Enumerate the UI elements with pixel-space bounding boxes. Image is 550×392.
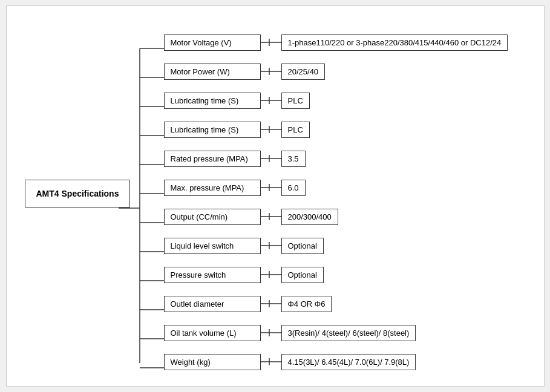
row-weight: Weight (kg) 4.15(3L)/ 6.45(4L)/ 7.0(6L)/… xyxy=(164,353,416,370)
value-lubricating-1: PLC xyxy=(281,93,310,109)
row-output: Output (CC/min) 200/300/400 xyxy=(164,208,338,225)
diagram-container: AMT4 Specifications Motor Voltage (V) 1-… xyxy=(6,5,545,387)
fork-connector-6 xyxy=(261,208,281,225)
spec-label-max-pressure: Max. pressure (MPA) xyxy=(164,180,261,196)
spec-label-lubricating-2: Lubricating time (S) xyxy=(164,122,261,138)
row-outlet-diameter: Outlet diameter Φ4 OR Φ6 xyxy=(164,295,332,312)
row-motor-power: Motor Power (W) 20/25/40 xyxy=(164,63,326,80)
value-weight: 4.15(3L)/ 6.45(4L)/ 7.0(6L)/ 7.9(8L) xyxy=(281,354,416,370)
diagram: AMT4 Specifications Motor Voltage (V) 1-… xyxy=(19,18,532,369)
fork-connector-3 xyxy=(261,121,281,138)
value-oil-tank: 3(Resin)/ 4(steel)/ 6(steel)/ 8(steel) xyxy=(281,325,416,341)
row-motor-voltage: Motor Voltage (V) 1-phase110/220 or 3-ph… xyxy=(164,34,508,51)
spec-label-motor-power: Motor Power (W) xyxy=(164,64,261,80)
spec-label-rated-pressure: Rated pressure (MPA) xyxy=(164,151,261,167)
row-lubricating-1: Lubricating time (S) PLC xyxy=(164,92,310,109)
row-pressure-switch: Pressure switch Optional xyxy=(164,266,324,283)
spec-label-oil-tank: Oil tank volume (L) xyxy=(164,325,261,341)
fork-connector-7 xyxy=(261,237,281,254)
fork-connector-5 xyxy=(261,179,281,196)
value-max-pressure: 6.0 xyxy=(281,180,306,196)
fork-connector-11 xyxy=(261,353,281,370)
value-motor-power: 20/25/40 xyxy=(281,64,326,80)
row-oil-tank: Oil tank volume (L) 3(Resin)/ 4(steel)/ … xyxy=(164,324,416,341)
row-rated-pressure: Rated pressure (MPA) 3.5 xyxy=(164,150,306,167)
fork-connector-1 xyxy=(261,63,281,80)
spec-label-lubricating-1: Lubricating time (S) xyxy=(164,93,261,109)
row-lubricating-2: Lubricating time (S) PLC xyxy=(164,121,310,138)
spec-label-output: Output (CC/min) xyxy=(164,209,261,225)
spec-label-pressure-switch: Pressure switch xyxy=(164,267,261,283)
root-node: AMT4 Specifications xyxy=(25,180,131,207)
fork-connector-10 xyxy=(261,324,281,341)
fork-connector-4 xyxy=(261,150,281,167)
value-output: 200/300/400 xyxy=(281,209,338,225)
value-motor-voltage: 1-phase110/220 or 3-phase220/380/415/440… xyxy=(281,34,508,51)
row-liquid-level: Liquid level switch Optional xyxy=(164,237,324,254)
spec-label-weight: Weight (kg) xyxy=(164,354,261,370)
spec-label-outlet-diameter: Outlet diameter xyxy=(164,296,261,312)
row-max-pressure: Max. pressure (MPA) 6.0 xyxy=(164,179,306,196)
fork-connector-9 xyxy=(261,295,281,312)
spec-label-liquid-level: Liquid level switch xyxy=(164,238,261,254)
value-outlet-diameter: Φ4 OR Φ6 xyxy=(281,296,332,312)
spec-label-motor-voltage: Motor Voltage (V) xyxy=(164,34,261,51)
fork-connector-2 xyxy=(261,92,281,109)
value-rated-pressure: 3.5 xyxy=(281,151,306,167)
value-liquid-level: Optional xyxy=(281,238,324,254)
fork-connector-0 xyxy=(261,34,281,51)
value-lubricating-2: PLC xyxy=(281,122,310,138)
value-pressure-switch: Optional xyxy=(281,267,324,283)
fork-connector-8 xyxy=(261,266,281,283)
